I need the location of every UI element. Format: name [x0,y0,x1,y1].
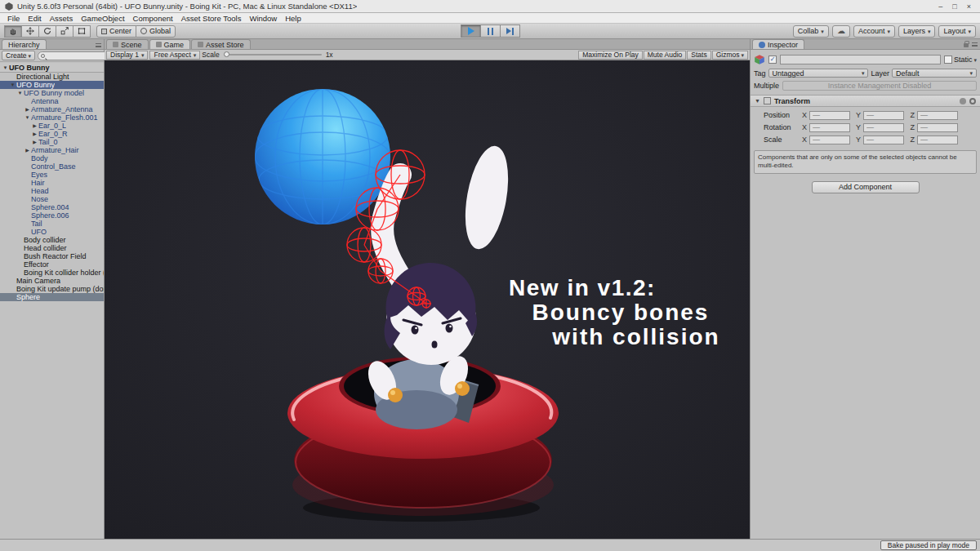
hierarchy-item[interactable]: ▶Ear_0_R [0,130,104,138]
hierarchy-item[interactable]: ▶Armature_Hair [0,146,104,154]
foldout-open-icon[interactable]: ▼ [755,98,760,104]
pivot-button[interactable]: Center [96,25,136,38]
foldout-closed-icon[interactable]: ▶ [24,107,31,112]
tab-game[interactable]: Game [149,39,191,49]
account-button[interactable]: Account ▾ [853,25,895,38]
menu-item-window[interactable]: Window [245,13,281,24]
hierarchy-item[interactable]: Sphere [0,293,104,301]
menu-item-component[interactable]: Component [129,13,177,24]
minimize-icon[interactable]: – [938,2,942,11]
foldout-open-icon[interactable]: ▼ [16,91,24,96]
display-dropdown[interactable]: Display 1 ▾ [106,51,148,60]
collab-button[interactable]: Collab ▾ [793,25,829,38]
menu-item-asset-store-tools[interactable]: Asset Store Tools [177,13,246,24]
position-z-field[interactable] [917,111,958,120]
hierarchy-item[interactable]: ▼UFO Bunny model [0,89,104,97]
close-icon[interactable]: × [967,2,971,11]
hierarchy-item[interactable]: ▶Tail_0 [0,138,104,146]
play-button[interactable] [461,24,481,38]
hierarchy-item[interactable]: Eyes [0,171,104,179]
scale-slider[interactable] [224,54,322,56]
tab-asset-store[interactable]: Asset Store [191,39,251,49]
hierarchy-item[interactable]: Body [0,154,104,162]
tab-scene[interactable]: Scene [106,39,149,49]
hand-tool-button[interactable] [4,25,22,38]
gear-icon[interactable] [969,98,976,104]
add-component-button[interactable]: Add Component [812,181,920,193]
menu-item-edit[interactable]: Edit [24,13,45,24]
step-button[interactable] [500,24,520,38]
hierarchy-item[interactable]: ▶Armature_Antenna [0,105,104,113]
active-checkbox[interactable]: ✓ [768,56,777,64]
stats-button[interactable]: Stats [687,51,710,60]
hierarchy-item[interactable]: Boing Kit update pump (don't [0,285,104,293]
rotation-y-field[interactable] [863,123,904,132]
bake-status-button[interactable]: Bake paused in play mode [880,540,977,550]
menu-item-assets[interactable]: Assets [46,13,78,24]
aspect-dropdown[interactable]: Free Aspect ▾ [149,51,200,60]
hierarchy-item[interactable]: Directional Light [0,73,104,81]
menu-item-file[interactable]: File [3,13,24,24]
scale-tool-button[interactable] [56,25,74,38]
panel-menu-icon[interactable] [972,42,978,47]
transform-component-header[interactable]: ▼ Transform [751,95,980,107]
maximize-icon[interactable]: □ [952,2,956,11]
pause-button[interactable] [480,24,501,38]
help-icon[interactable] [960,98,966,104]
hierarchy-item[interactable]: Head [0,187,104,195]
hierarchy-item[interactable]: Control_Base [0,162,104,171]
foldout-closed-icon[interactable]: ▶ [31,140,38,144]
rect-tool-button[interactable] [73,25,91,38]
position-y-field[interactable] [863,111,904,120]
scale-x-field[interactable] [809,136,850,144]
menu-item-help[interactable]: Help [281,13,305,24]
hierarchy-item[interactable]: Tail [0,220,104,228]
panel-menu-icon[interactable] [96,43,101,47]
space-button[interactable]: Global [136,25,176,38]
game-viewport[interactable]: New in v1.2: Bouncy bones with collision [105,60,750,539]
hierarchy-item[interactable]: Antenna [0,97,104,105]
lock-icon[interactable] [964,43,969,47]
foldout-closed-icon[interactable]: ▶ [24,148,31,153]
position-x-field[interactable] [809,111,850,120]
hierarchy-item[interactable]: Effector [0,260,104,269]
gameobject-name-field[interactable] [780,55,941,64]
static-checkbox[interactable] [944,56,952,64]
hierarchy-item[interactable]: Sphere.004 [0,203,104,211]
hierarchy-item[interactable]: ▼UFO Bunny [0,63,104,73]
scale-slider-knob[interactable] [224,51,229,57]
hierarchy-item[interactable]: Head collider [0,244,104,252]
hierarchy-item[interactable]: UFO [0,228,104,236]
rotation-x-field[interactable] [809,123,850,132]
hierarchy-item[interactable]: ▼UFO Bunny [0,81,104,89]
hierarchy-item[interactable]: Hair [0,179,104,187]
create-button[interactable]: Create ▾ [2,51,35,60]
hierarchy-item[interactable]: Bush Reactor Field [0,252,104,260]
scale-y-field[interactable] [863,136,904,144]
tab-hierarchy[interactable]: Hierarchy [2,39,47,49]
tag-dropdown[interactable]: Untagged ▾ [768,69,869,78]
hierarchy-item[interactable]: ▶Ear_0_L [0,122,104,130]
layer-dropdown[interactable]: Default ▾ [892,69,977,78]
hierarchy-item[interactable]: Body collider [0,236,104,244]
layers-button[interactable]: Layers ▾ [898,25,936,38]
gizmos-button[interactable]: Gizmos▾ [712,51,748,60]
hierarchy-item[interactable]: ▼Armature_Flesh.001 [0,113,104,122]
layout-button[interactable]: Layout ▾ [938,25,976,38]
rotation-z-field[interactable] [917,123,958,132]
tab-inspector[interactable]: Inspector [752,39,804,49]
scale-z-field[interactable] [917,136,958,144]
move-tool-button[interactable] [21,25,39,38]
hierarchy-item[interactable]: Sphere.006 [0,211,104,220]
foldout-closed-icon[interactable]: ▶ [31,131,38,136]
hierarchy-item[interactable]: Nose [0,195,104,203]
mute-audio-button[interactable]: Mute Audio [644,51,687,60]
foldout-open-icon[interactable]: ▼ [24,115,31,120]
menu-item-gameobject[interactable]: GameObject [77,13,128,24]
foldout-open-icon[interactable]: ▼ [9,82,16,87]
foldout-closed-icon[interactable]: ▶ [31,123,38,128]
maximize-on-play-button[interactable]: Maximize On Play [578,51,643,60]
rotate-tool-button[interactable] [38,25,56,38]
hierarchy-item[interactable]: Boing Kit collider holder (do [0,269,104,277]
cloud-button[interactable]: ☁ [832,25,850,38]
